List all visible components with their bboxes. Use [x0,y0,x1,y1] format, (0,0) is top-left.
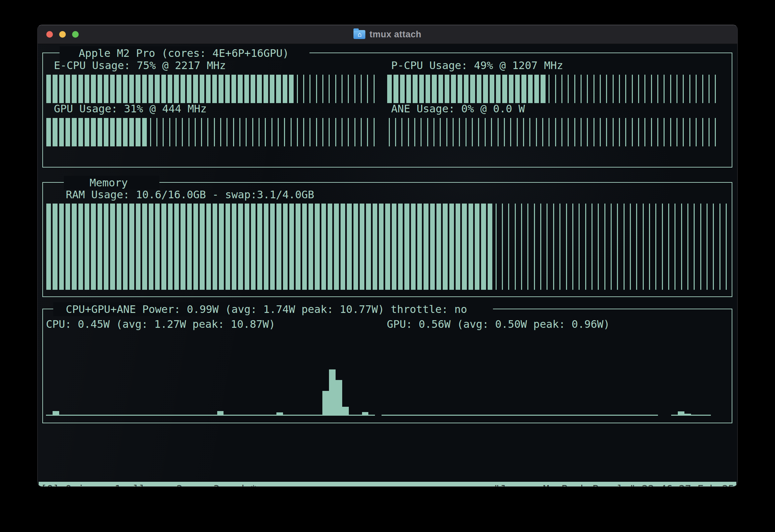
ane-usage-gauge [387,118,719,146]
fullscreen-button[interactable] [72,31,79,38]
window-title: tmux attach [369,29,421,40]
pcpu-usage-gauge [387,75,719,103]
power-box: CPU+GPU+ANE Power: 0.99W (avg: 1.74W pea… [42,309,732,423]
power-box-title: CPU+GPU+ANE Power: 0.99W (avg: 1.74W pea… [53,302,493,316]
gpu-usage-label: GPU Usage: 31% @ 444 MHz [54,102,207,115]
ecpu-usage-gauge [46,75,378,103]
traffic-lights [46,25,79,44]
memory-box-title: Memory [64,176,159,190]
gpu-power-label: GPU: 0.56W (avg: 0.50W peak: 0.96W) [387,318,610,330]
cpu-power-label: CPU: 0.45W (avg: 1.27W peak: 10.87W) [46,318,275,330]
window-titlebar[interactable]: ⌂ tmux attach [38,25,737,44]
ram-usage-label: RAM Usage: 10.6/16.0GB - swap:3.1/4.0GB [66,188,314,201]
cpu-box-title: Apple M2 Pro (cores: 4E+6P+16GPU) [59,46,309,60]
terminal-screen[interactable]: Apple M2 Pro (cores: 4E+6P+16GPU) E-CPU … [38,44,737,486]
tmux-status-bar: [0] 0:java 1:ollama 2:uv- 3:sudo* "Janne… [39,482,736,487]
tmux-window-list[interactable]: [0] 0:java 1:ollama 2:uv- 3:sudo* [41,483,256,487]
minimize-button[interactable] [59,31,66,38]
ram-usage-gauge [46,204,730,290]
power-history-chart [46,334,730,416]
cpu-box: Apple M2 Pro (cores: 4E+6P+16GPU) E-CPU … [42,53,732,168]
ecpu-usage-label: E-CPU Usage: 75% @ 2217 MHz [54,59,226,72]
window-title-group: ⌂ tmux attach [353,29,421,40]
pcpu-usage-label: P-CPU Usage: 49% @ 1207 MHz [391,59,563,72]
memory-box: Memory RAM Usage: 10.6/16.0GB - swap:3.1… [42,182,732,297]
folder-icon: ⌂ [353,30,365,39]
tmux-host-and-clock: "Jannes-MacBook-Pro.lo" 22:46 27-Feb-25 [494,483,734,487]
ane-usage-label: ANE Usage: 0% @ 0.0 W [391,102,525,115]
close-button[interactable] [46,31,53,38]
terminal-window: ⌂ tmux attach Apple M2 Pro (cores: 4E+6P… [37,25,738,487]
gpu-usage-gauge [46,118,378,146]
